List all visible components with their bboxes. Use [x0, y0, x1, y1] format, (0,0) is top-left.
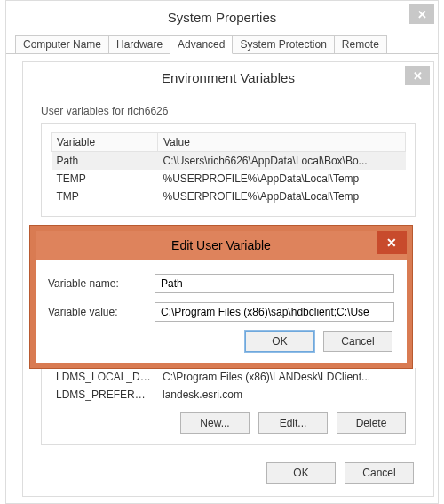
user-variables-table[interactable]: Variable Value Path C:\Users\rich6626\Ap… [51, 132, 406, 205]
col-variable[interactable]: Variable [52, 133, 158, 152]
variable-value-input[interactable] [155, 302, 394, 322]
user-variables-group: User variables for rich6626 Variable Val… [41, 105, 416, 217]
variable-value-row: Variable value: [48, 302, 394, 322]
variable-value-label: Variable value: [48, 306, 155, 318]
close-icon: ✕ [386, 236, 397, 250]
tab-remote[interactable]: Remote [334, 35, 387, 53]
col-value[interactable]: Value [158, 133, 406, 152]
tab-hardware[interactable]: Hardware [108, 35, 170, 53]
table-row[interactable]: Path C:\Users\rich6626\AppData\Local\Box… [52, 152, 406, 171]
sysvars-button-row: New... Edit... Delete [51, 412, 406, 434]
table-row[interactable]: TMP %USERPROFILE%\AppData\Local\Temp [52, 188, 406, 205]
variable-name-label: Variable name: [48, 277, 155, 290]
envvars-cancel-button[interactable]: Cancel [345, 462, 414, 484]
envvars-footer: OK Cancel [266, 462, 414, 484]
envvars-ok-button[interactable]: OK [266, 462, 336, 484]
envvars-title: Environment Variables [162, 70, 295, 85]
sysprops-title: System Properties [168, 10, 277, 25]
sysprops-close-button[interactable]: ✕ [409, 4, 434, 24]
envvars-titlebar: Environment Variables ✕ [23, 62, 433, 92]
system-variables-group: LDMS_LOCAL_DIR... C:\Program Files (x86)… [41, 368, 416, 445]
user-variables-label: User variables for rich6626 [41, 105, 416, 117]
user-variables-box: Variable Value Path C:\Users\rich6626\Ap… [41, 123, 416, 217]
editdlg-title: Edit User Variable [171, 238, 271, 252]
editdlg-close-button[interactable]: ✕ [377, 231, 407, 254]
sysvars-delete-button[interactable]: Delete [337, 412, 406, 434]
sysvars-edit-button[interactable]: Edit... [258, 412, 328, 434]
table-row[interactable]: LDMS_PREFERRE... landesk.esri.com [51, 386, 406, 404]
system-variables-box: LDMS_LOCAL_DIR... C:\Program Files (x86)… [41, 368, 416, 445]
table-row[interactable]: TEMP %USERPROFILE%\AppData\Local\Temp [52, 170, 406, 188]
variable-name-input[interactable] [155, 274, 394, 293]
editdlg-ok-button[interactable]: OK [245, 331, 314, 352]
editdlg-titlebar: Edit User Variable ✕ [36, 231, 407, 260]
edit-user-variable-dialog: Edit User Variable ✕ Variable name: Vari… [30, 226, 412, 368]
tab-computer-name[interactable]: Computer Name [15, 35, 109, 53]
envvars-close-button[interactable]: ✕ [405, 66, 430, 85]
sysprops-tabs: Computer Name Hardware Advanced System P… [6, 33, 438, 54]
sysprops-titlebar: System Properties ✕ [6, 1, 438, 33]
close-icon: ✕ [413, 69, 423, 83]
sysvars-new-button[interactable]: New... [180, 412, 250, 434]
tab-advanced[interactable]: Advanced [170, 35, 233, 54]
variable-name-row: Variable name: [48, 274, 394, 293]
editdlg-body: Variable name: Variable value: OK Cancel [36, 260, 407, 363]
editdlg-button-row: OK Cancel [48, 331, 392, 352]
table-row[interactable]: LDMS_LOCAL_DIR... C:\Program Files (x86)… [51, 368, 406, 386]
tab-system-protection[interactable]: System Protection [232, 35, 334, 53]
editdlg-cancel-button[interactable]: Cancel [323, 331, 392, 352]
system-variables-table[interactable]: LDMS_LOCAL_DIR... C:\Program Files (x86)… [51, 368, 406, 404]
close-icon: ✕ [417, 8, 427, 21]
